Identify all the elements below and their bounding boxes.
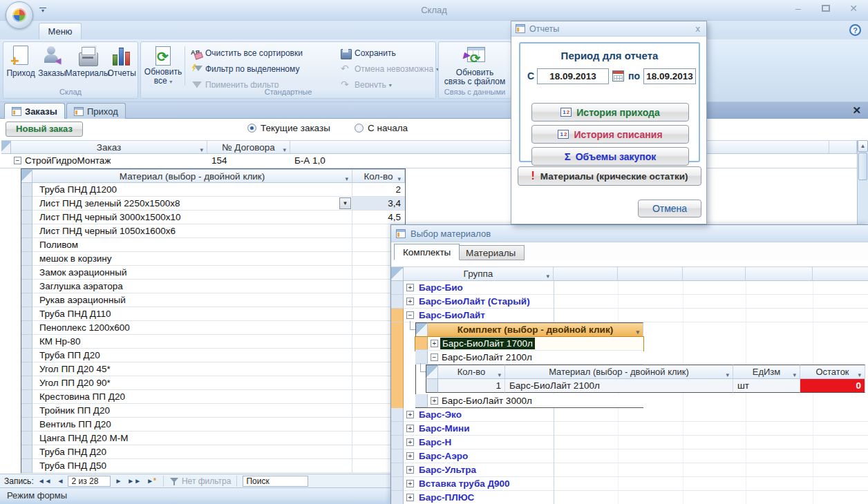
group-row[interactable]: + Барс-Н: [391, 436, 868, 449]
column-header-group[interactable]: Группа: [404, 266, 554, 281]
vertical-scrollbar[interactable]: ▲: [857, 140, 868, 224]
search-input[interactable]: Поиск: [243, 476, 308, 487]
kit-row-expanded[interactable]: − Барс-БиоЛайт 2100л: [415, 351, 643, 365]
kit-row[interactable]: + Барс-БиоЛайт 3000л: [415, 394, 643, 408]
expand-icon[interactable]: +: [406, 466, 414, 474]
radio-current-orders[interactable]: Текущие заказы: [247, 123, 330, 133]
undo-button[interactable]: Отмена невозможна ▾: [340, 62, 439, 76]
row-selector[interactable]: [415, 394, 428, 407]
select-all-cell[interactable]: [391, 266, 404, 281]
material-row-selected[interactable]: Лист ПНД зеленый 2250х1500х8▼3,4: [21, 197, 405, 211]
material-row[interactable]: Лист ПНД черный 1050х1600х6: [21, 224, 405, 238]
column-header-qty[interactable]: Кол-во: [438, 365, 505, 379]
material-row[interactable]: Заглушка аэратора: [21, 280, 405, 293]
row-selector[interactable]: [21, 335, 32, 349]
material-row[interactable]: Тройник ПП Д20: [21, 404, 405, 418]
ribbon-tab-menu[interactable]: Меню: [39, 23, 82, 39]
material-row[interactable]: Вентиль ПП Д20: [21, 418, 405, 432]
office-button[interactable]: [6, 1, 33, 29]
group-row[interactable]: + Барс-Био: [391, 281, 868, 295]
material-row[interactable]: Крестовина ПП Д20: [21, 390, 405, 404]
row-selector[interactable]: [21, 404, 32, 418]
collapse-icon[interactable]: −: [431, 353, 438, 361]
row-selector[interactable]: [415, 351, 428, 364]
row-selector[interactable]: [21, 459, 32, 473]
subtable-select-all[interactable]: [21, 169, 32, 183]
clear-sorts-button[interactable]: Очистить все сортировки: [191, 46, 303, 60]
material-row[interactable]: мешок в корзину: [21, 252, 405, 266]
expand-icon[interactable]: +: [406, 411, 414, 418]
material-row[interactable]: Лист ПНД черный 3000х1500х104,5: [21, 211, 405, 224]
row-selector[interactable]: [21, 418, 32, 432]
new-record-button[interactable]: ►*: [145, 477, 158, 485]
row-selector[interactable]: [21, 307, 32, 321]
current-row-selector[interactable]: [391, 309, 404, 322]
scroll-up-icon[interactable]: ▲: [858, 140, 868, 152]
row-selector[interactable]: [391, 463, 404, 477]
row-selector[interactable]: [391, 422, 404, 436]
group-row[interactable]: + Барс-Ультра: [391, 463, 868, 477]
row-selector[interactable]: [21, 362, 32, 376]
expand-icon[interactable]: +: [406, 284, 414, 291]
row-selector[interactable]: [21, 183, 32, 197]
close-form-icon[interactable]: ✕: [852, 104, 861, 117]
date-to-input[interactable]: 18.09.2013: [643, 68, 696, 84]
group-row[interactable]: + Вставка труба Д900: [391, 477, 868, 491]
expand-icon[interactable]: +: [406, 438, 414, 446]
row-selector[interactable]: [21, 197, 32, 211]
zakazy-button[interactable]: Заказы: [37, 42, 67, 86]
help-icon[interactable]: ?: [849, 24, 861, 36]
refresh-all-button[interactable]: Обновить все ▾: [145, 42, 181, 86]
order-row[interactable]: − СтройГидроМонтаж 154 Б-А 1,0: [0, 154, 857, 168]
tab-komplekty[interactable]: Комплекты: [394, 244, 460, 260]
row-selector[interactable]: [391, 477, 404, 491]
select-all-cell[interactable]: [1, 140, 11, 154]
column-header-material[interactable]: Материал (выбор - двойной клик): [505, 365, 733, 379]
expand-icon[interactable]: +: [406, 452, 414, 460]
writeoff-history-button[interactable]: История списания: [531, 125, 689, 144]
column-header-kit[interactable]: Комплект (выбор - двойной клик): [428, 322, 643, 337]
otchety-button[interactable]: Отчеты: [108, 42, 136, 86]
critical-stock-button[interactable]: ! Материалы (крические остатки): [518, 166, 701, 186]
row-selector[interactable]: [415, 337, 428, 350]
group-row[interactable]: + Барс-БиоЛайт (Старый): [391, 295, 868, 309]
row-selector[interactable]: [21, 280, 32, 293]
calendar-icon[interactable]: [612, 70, 624, 81]
record-position[interactable]: 2 из 28: [68, 476, 111, 487]
row-selector[interactable]: [391, 436, 404, 449]
row-selector[interactable]: [21, 266, 32, 280]
select-all-cell[interactable]: [426, 365, 438, 379]
cancel-button[interactable]: Отмена: [638, 200, 701, 217]
row-selector[interactable]: [21, 445, 32, 459]
maximize-button[interactable]: [817, 3, 835, 14]
row-selector[interactable]: [21, 390, 32, 404]
prev-record-button[interactable]: ◄: [56, 477, 66, 485]
row-selector[interactable]: [21, 376, 32, 390]
expand-icon[interactable]: +: [406, 494, 414, 501]
first-record-button[interactable]: ◄◄: [37, 477, 53, 485]
row-selector[interactable]: [391, 449, 404, 463]
expand-icon[interactable]: +: [431, 340, 438, 347]
group-row[interactable]: + Барс-ПЛЮС: [391, 491, 868, 504]
material-row[interactable]: Угол ПП Д20 45*: [21, 362, 405, 376]
material-row[interactable]: Труба ПНД Д12002: [21, 183, 405, 197]
row-selector[interactable]: [391, 295, 404, 309]
last-record-button[interactable]: ►►: [126, 477, 142, 485]
row-selector[interactable]: [391, 281, 404, 295]
select-all-cell[interactable]: [415, 322, 428, 337]
column-header-stock[interactable]: Остаток: [800, 365, 865, 379]
materialy-button[interactable]: Материалы: [68, 42, 108, 86]
tab-zakazy[interactable]: Заказы: [4, 103, 65, 119]
collapse-icon[interactable]: −: [406, 311, 414, 319]
collapse-icon[interactable]: −: [14, 157, 21, 164]
row-selector[interactable]: [21, 293, 32, 307]
expand-icon[interactable]: +: [406, 425, 414, 432]
tab-materialy[interactable]: Материалы: [457, 245, 525, 260]
income-history-button[interactable]: История прихода: [531, 103, 689, 122]
row-selector[interactable]: [21, 432, 32, 445]
group-row[interactable]: + Барс-Аэро: [391, 449, 868, 463]
column-header-order[interactable]: Заказ: [11, 140, 207, 154]
expand-icon[interactable]: +: [431, 397, 438, 405]
column-header-qty[interactable]: Кол-во: [352, 169, 405, 183]
close-button[interactable]: ✕: [845, 3, 862, 14]
